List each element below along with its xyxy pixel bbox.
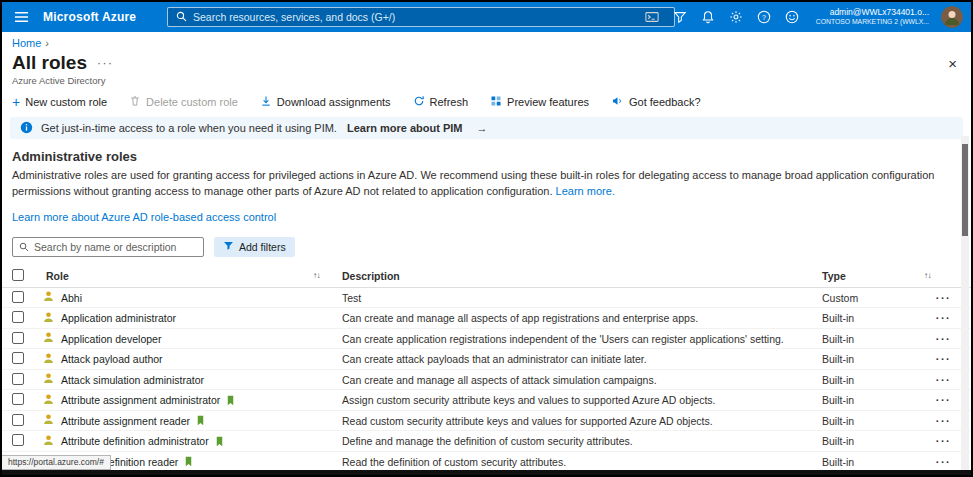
table-row[interactable]: Attack simulation administratorCan creat…	[2, 370, 971, 391]
select-all-checkbox[interactable]	[12, 269, 24, 281]
filter-row: Add filters	[2, 225, 971, 265]
column-header-description[interactable]: Description	[342, 270, 822, 282]
table-row[interactable]: Application developerCan create applicat…	[2, 329, 971, 350]
row-menu-button[interactable]: ···	[924, 292, 963, 304]
roles-search-box[interactable]	[12, 237, 204, 257]
page-subtitle: Azure Active Directory	[2, 74, 971, 86]
scrollbar-thumb[interactable]	[962, 144, 968, 236]
row-menu-button[interactable]: ···	[924, 353, 963, 365]
row-checkbox[interactable]	[12, 291, 24, 303]
close-blade-button[interactable]: ×	[948, 56, 957, 71]
row-checkbox[interactable]	[12, 332, 24, 344]
preview-features-label: Preview features	[507, 96, 589, 108]
role-name-link[interactable]: Attack simulation administrator	[61, 374, 204, 386]
role-name-link[interactable]: Attribute definition administrator	[61, 435, 209, 447]
row-menu-button[interactable]: ···	[924, 312, 963, 324]
row-menu-button[interactable]: ···	[924, 333, 963, 345]
role-name-link[interactable]: Attribute assignment administrator	[61, 394, 220, 406]
account-tenant: CONTOSO MARKETING 2 (WWLX...	[816, 18, 929, 27]
bookmark-icon	[184, 456, 193, 467]
role-description: Read custom security attribute keys and …	[342, 415, 822, 427]
add-filters-label: Add filters	[239, 241, 286, 253]
learn-more-link[interactable]: Learn more.	[556, 185, 615, 197]
role-person-icon	[42, 393, 55, 408]
role-person-icon	[42, 434, 55, 449]
brand-title[interactable]: Microsoft Azure	[43, 10, 136, 24]
breadcrumb: Home›	[2, 32, 971, 49]
info-icon	[20, 121, 33, 136]
section-description-text: Administrative roles are used for granti…	[12, 169, 934, 197]
preview-features-button[interactable]: Preview features	[490, 95, 589, 109]
role-person-icon	[42, 290, 55, 305]
pim-info-banner: Get just-in-time access to a role when y…	[10, 117, 963, 139]
roles-search-input[interactable]	[34, 241, 197, 253]
account-info[interactable]: admin@WWLx734401.o... CONTOSO MARKETING …	[816, 7, 929, 27]
download-assignments-button[interactable]: Download assignments	[260, 95, 391, 109]
got-feedback-label: Got feedback?	[629, 96, 701, 108]
row-menu-button[interactable]: ···	[924, 435, 963, 447]
title-more-button[interactable]: ···	[97, 56, 114, 70]
role-name-link[interactable]: Abhi	[61, 292, 82, 304]
vertical-scrollbar[interactable]	[961, 136, 969, 470]
feedback-smiley-icon[interactable]	[784, 9, 800, 25]
download-assignments-label: Download assignments	[277, 96, 391, 108]
notifications-bell-icon[interactable]	[700, 9, 716, 25]
section-heading: Administrative roles	[12, 149, 961, 164]
role-type: Built-in	[822, 333, 924, 345]
roles-table: Role ↑↓ Description Type ↑↓ AbhiTestCust…	[2, 265, 971, 477]
column-header-type[interactable]: Type	[822, 270, 924, 282]
hamburger-menu-icon[interactable]	[10, 9, 33, 25]
role-name-link[interactable]: Application developer	[61, 333, 161, 345]
table-header: Role ↑↓ Description Type ↑↓	[2, 265, 971, 288]
got-feedback-button[interactable]: Got feedback?	[611, 95, 701, 109]
role-name-link[interactable]: Application administrator	[61, 312, 176, 324]
row-menu-button[interactable]: ···	[924, 394, 963, 406]
role-name-link[interactable]: Attack payload author	[61, 353, 163, 365]
row-menu-button[interactable]: ···	[924, 456, 963, 468]
breadcrumb-home-link[interactable]: Home	[12, 37, 41, 49]
role-person-icon	[42, 311, 55, 326]
command-bar: + New custom role Delete custom role Dow…	[2, 86, 971, 116]
row-checkbox[interactable]	[12, 434, 24, 446]
pim-learn-more-link[interactable]: Learn more about PIM	[347, 122, 463, 134]
table-row[interactable]: Attribute assignment administratorAssign…	[2, 390, 971, 411]
column-header-role[interactable]: Role	[46, 270, 69, 282]
global-search-input[interactable]	[193, 11, 666, 23]
role-type: Built-in	[822, 456, 924, 468]
role-description: Can create application registrations ind…	[342, 333, 822, 345]
table-row[interactable]: Attribute definition administratorDefine…	[2, 431, 971, 452]
table-row[interactable]: Application administratorCan create and …	[2, 308, 971, 329]
bookmark-icon	[215, 436, 224, 447]
avatar[interactable]	[941, 6, 963, 28]
sort-icon[interactable]: ↑↓	[313, 271, 320, 280]
global-search[interactable]	[167, 7, 675, 27]
help-icon[interactable]: ?	[756, 9, 772, 25]
add-filters-button[interactable]: Add filters	[214, 237, 295, 257]
arrow-right-icon: →	[476, 122, 487, 134]
table-row[interactable]: Attribute assignment readerRead custom s…	[2, 411, 971, 432]
account-name: admin@WWLx734401.o...	[816, 7, 929, 18]
table-row[interactable]: Attack payload authorCan create attack p…	[2, 349, 971, 370]
role-description: Can create and manage all aspects of att…	[342, 374, 822, 386]
search-icon	[176, 8, 187, 26]
delete-custom-role-label: Delete custom role	[146, 96, 238, 108]
refresh-button[interactable]: Refresh	[413, 95, 469, 109]
row-checkbox[interactable]	[12, 373, 24, 385]
row-checkbox[interactable]	[12, 393, 24, 405]
row-checkbox[interactable]	[12, 414, 24, 426]
row-checkbox[interactable]	[12, 352, 24, 364]
role-description: Read the definition of custom security a…	[342, 456, 822, 468]
row-menu-button[interactable]: ···	[924, 374, 963, 386]
plus-icon: +	[12, 95, 20, 109]
table-row[interactable]: AbhiTestCustom···	[2, 288, 971, 309]
new-custom-role-button[interactable]: + New custom role	[12, 95, 107, 109]
sort-icon[interactable]: ↑↓	[924, 271, 963, 280]
rbac-learn-more-link[interactable]: Learn more about Azure AD role-based acc…	[12, 211, 276, 223]
role-name-link[interactable]: Attribute assignment reader	[61, 415, 190, 427]
role-description: Define and manage the definition of cust…	[342, 435, 822, 447]
row-checkbox[interactable]	[12, 311, 24, 323]
top-bar: Microsoft Azure ?	[2, 2, 971, 32]
row-menu-button[interactable]: ···	[924, 415, 963, 427]
settings-gear-icon[interactable]	[728, 9, 744, 25]
chevron-right-icon: ›	[45, 37, 49, 49]
